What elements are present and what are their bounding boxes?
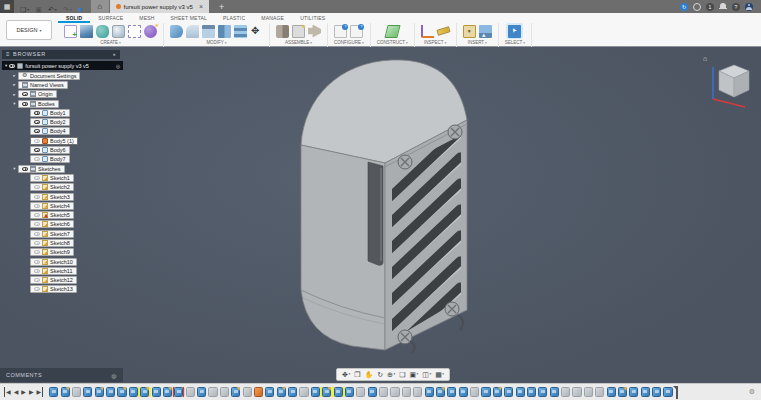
timeline-feature-icon[interactable] (288, 387, 297, 397)
visibility-eye-icon[interactable] (34, 148, 40, 152)
select-tool-icon[interactable] (508, 25, 521, 38)
browser-tree-row[interactable]: Sketch8 (2, 238, 126, 247)
timeline-feature-icon[interactable] (277, 387, 286, 397)
timeline-feature-icon[interactable] (663, 387, 672, 397)
browser-tree-row[interactable]: Sketch11 (2, 266, 126, 275)
visibility-eye-icon[interactable] (34, 287, 40, 291)
timeline-feature-icon[interactable] (368, 387, 377, 397)
timeline-feature-icon[interactable] (49, 387, 58, 397)
modify-tool-icon[interactable] (218, 25, 231, 38)
browser-tree-row[interactable]: Sketch3 (2, 192, 126, 201)
timeline-feature-icon[interactable] (379, 387, 388, 397)
browser-tree-row[interactable]: Sketch13 (2, 285, 126, 294)
visibility-eye-icon[interactable] (34, 222, 40, 226)
comments-panel[interactable]: COMMENTS ◍ (0, 368, 123, 382)
visibility-eye-icon[interactable] (34, 176, 40, 180)
browser-tree-row[interactable]: Sketch1 (2, 173, 126, 182)
create-tool-icon[interactable] (112, 25, 125, 38)
timeline-feature-icon[interactable] (299, 387, 308, 397)
browser-tree-row[interactable]: Sketch2 (2, 183, 126, 192)
timeline-settings-gear-icon[interactable]: ⚙ (749, 388, 757, 396)
new-tab-button[interactable]: + (219, 2, 224, 12)
insert-tool-icon[interactable] (479, 25, 492, 38)
timeline-feature-icon[interactable] (618, 387, 627, 397)
pan-hand-icon[interactable]: ✋ (364, 369, 373, 381)
timeline-feature-icon[interactable] (459, 387, 468, 397)
save-icon[interactable]: ▣ (35, 6, 42, 13)
modify-tool-icon[interactable] (186, 25, 199, 38)
timeline-feature-icon[interactable] (265, 387, 274, 397)
timeline-feature-icon[interactable] (572, 387, 581, 397)
timeline-feature-icon[interactable] (83, 387, 92, 397)
group-label-create[interactable]: CREATE (100, 40, 121, 45)
timeline-feature-icon[interactable] (516, 387, 525, 397)
ribbon-tab[interactable]: UTILITIES (292, 14, 333, 23)
zoom-icon[interactable]: ⊕ (387, 368, 395, 381)
pan-orbit-icon[interactable]: ✥ (342, 368, 350, 381)
visibility-eye-icon[interactable] (34, 185, 40, 189)
timeline-position-marker[interactable] (676, 386, 678, 399)
assemble-tool-icon[interactable] (276, 25, 289, 38)
timeline-feature-icon[interactable] (152, 387, 161, 397)
timeline-feature-icon[interactable] (106, 387, 115, 397)
visibility-eye-icon[interactable] (34, 120, 40, 124)
tree-expand-arrow[interactable] (11, 166, 18, 171)
skip-to-start-button[interactable]: ◀ (4, 387, 11, 397)
timeline-feature-icon[interactable] (254, 387, 263, 397)
configure-tool-icon[interactable] (334, 25, 347, 38)
close-tab-icon[interactable]: × (199, 3, 203, 10)
comments-expand-icon[interactable]: ◍ (111, 372, 117, 379)
visibility-eye-icon[interactable] (34, 213, 40, 217)
browser-filter-icon[interactable]: ● (112, 50, 116, 59)
view-cube-faces[interactable] (719, 65, 749, 97)
timeline-feature-icon[interactable] (186, 387, 195, 397)
browser-tree-row[interactable]: Body4 (2, 127, 126, 136)
modify-tool-icon[interactable] (234, 25, 247, 38)
step-forward-button[interactable]: ▶ (29, 387, 34, 397)
assemble-tool-icon[interactable] (308, 25, 321, 38)
browser-tree-row[interactable]: Sketch5 (2, 210, 126, 219)
undo-icon[interactable]: ↶ (48, 6, 57, 13)
root-visibility-eye-icon[interactable] (9, 64, 15, 68)
timeline-feature-icon[interactable] (607, 387, 616, 397)
visibility-eye-icon[interactable] (22, 92, 28, 96)
timeline-feature-icon[interactable] (243, 387, 252, 397)
timeline-feature-icon[interactable] (231, 387, 240, 397)
timeline-feature-icon[interactable] (61, 387, 70, 397)
visibility-eye-icon[interactable] (34, 241, 40, 245)
browser-tree-row[interactable]: Sketch10 (2, 257, 126, 266)
app-launcher-icon[interactable]: ▦ (0, 0, 14, 13)
viewports-icon[interactable]: ◫ (422, 368, 431, 381)
timeline-feature-icon[interactable] (550, 387, 559, 397)
browser-tree-row[interactable]: Body5 (1) (2, 136, 126, 145)
play-button[interactable]: ▶ (21, 387, 26, 397)
root-activate-radio[interactable]: ◎ (116, 63, 120, 69)
timeline-feature-icon[interactable] (652, 387, 661, 397)
grid-snap-icon[interactable]: ▦ (435, 368, 444, 381)
visibility-eye-icon[interactable] (22, 102, 28, 106)
visibility-eye-icon[interactable] (22, 167, 28, 171)
browser-tree-row[interactable]: Body2 (2, 117, 126, 126)
timeline-feature-icon[interactable] (481, 387, 490, 397)
group-label-insert[interactable]: INSERT (468, 40, 487, 45)
visibility-eye-icon[interactable] (34, 278, 40, 282)
browser-tree-row[interactable]: Origin (2, 90, 126, 99)
timeline-feature-icon[interactable] (402, 387, 411, 397)
browser-tree-row[interactable]: Document Settings (2, 71, 126, 80)
tree-expand-arrow[interactable] (11, 73, 18, 78)
root-expand-arrow[interactable]: ▾ (5, 63, 7, 68)
document-tab[interactable]: fursuit power supply v3 v5 × (110, 0, 209, 13)
home-tab[interactable]: ⌂ (91, 0, 109, 13)
inspect-tool-icon[interactable] (436, 26, 450, 36)
timeline-feature-icon[interactable] (447, 387, 456, 397)
timeline-feature-icon[interactable] (538, 387, 547, 397)
timeline-feature-icon[interactable] (208, 387, 217, 397)
ribbon-tab[interactable]: PLASTIC (215, 14, 253, 23)
fit-icon[interactable]: ❏ (399, 369, 405, 381)
visibility-eye-icon[interactable] (34, 204, 40, 208)
timeline-feature-icon[interactable] (493, 387, 502, 397)
step-back-button[interactable]: ◀ (14, 387, 19, 397)
visibility-eye-icon[interactable] (34, 195, 40, 199)
construct-tool-icon[interactable] (384, 25, 400, 38)
ribbon-tab[interactable]: SOLID (58, 14, 90, 23)
